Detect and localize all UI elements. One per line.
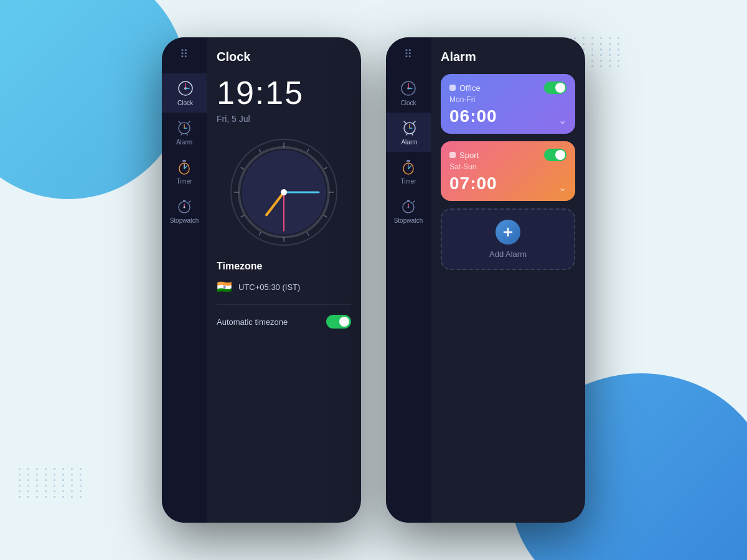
- sidebar2-timer-label: Timer: [400, 178, 416, 185]
- plus-icon: [502, 226, 514, 238]
- timezone-value: UTC+05:30 (IST): [238, 282, 300, 292]
- alarm-office-name-row: Office: [449, 83, 481, 93]
- alarm-office-toggle[interactable]: [544, 82, 566, 94]
- phones-container: ⠿ Clock: [0, 0, 747, 560]
- svg-line-25: [324, 215, 327, 217]
- sidebar-dots-clock: ⠿: [180, 47, 189, 61]
- sidebar-clock: ⠿ Clock: [162, 37, 207, 523]
- clock-title: Clock: [217, 50, 250, 64]
- alarm-sport-chevron[interactable]: ⌄: [558, 182, 566, 194]
- alarm-office-indicator: [449, 85, 456, 91]
- sidebar-alarm-label: Alarm: [176, 139, 192, 146]
- sidebar2-clock-label: Clock: [400, 100, 416, 106]
- svg-line-49: [412, 134, 413, 135]
- svg-line-7: [179, 121, 181, 123]
- clock-icon: [177, 80, 194, 97]
- clock-header: Clock: [217, 50, 351, 64]
- svg-line-32: [259, 149, 261, 152]
- clock-time: 19:15: [217, 74, 351, 111]
- sidebar-item-clock-alarm[interactable]: Alarm: [162, 113, 207, 152]
- alarm-header: Alarm: [441, 50, 575, 64]
- svg-line-58: [413, 201, 415, 202]
- stopwatch-icon-2: [400, 197, 417, 215]
- sidebar-item-clock-stopwatch[interactable]: Stopwatch: [162, 191, 207, 230]
- toggle-thumb: [339, 317, 349, 327]
- sidebar-dots-alarm: ⠿: [404, 47, 413, 61]
- svg-line-48: [406, 134, 407, 135]
- auto-timezone-label: Automatic timezone: [217, 317, 288, 327]
- sidebar-item-alarm-timer[interactable]: Timer: [386, 152, 431, 191]
- alarm-sport-toggle-thumb: [555, 150, 565, 160]
- timezone-row: 🇮🇳 UTC+05:30 (IST): [217, 279, 351, 305]
- svg-line-28: [259, 232, 261, 235]
- alarm-sport-time: 07:00: [449, 174, 566, 194]
- sidebar-item-alarm-alarm[interactable]: Alarm: [386, 113, 431, 152]
- alarm-sport-header: Sport: [449, 149, 566, 161]
- svg-line-19: [189, 201, 190, 202]
- alarm-office-chevron[interactable]: ⌄: [558, 114, 566, 126]
- sidebar-item-alarm-clock[interactable]: Clock: [386, 73, 431, 113]
- alarm-sport-toggle[interactable]: [544, 149, 566, 161]
- svg-rect-11: [182, 160, 186, 162]
- stopwatch-icon: [176, 197, 193, 215]
- svg-point-57: [408, 207, 410, 208]
- clock-date: Fri, 5 Jul: [217, 114, 351, 124]
- phone-clock: ⠿ Clock: [162, 37, 361, 523]
- sidebar2-alarm-label: Alarm: [401, 139, 417, 146]
- add-alarm-button[interactable]: Add Alarm: [441, 208, 575, 270]
- svg-rect-16: [183, 200, 186, 202]
- alarm-list: Office Mon-Fri 06:00 ⌄ S: [441, 74, 575, 270]
- alarm-office-time: 06:00: [449, 106, 566, 126]
- svg-line-47: [413, 121, 415, 123]
- timezone-section-title: Timezone: [217, 261, 351, 272]
- svg-line-23: [324, 167, 327, 169]
- auto-timezone-toggle[interactable]: [326, 315, 351, 329]
- sidebar-item-clock-clock[interactable]: Clock: [162, 73, 207, 113]
- add-alarm-label: Add Alarm: [489, 250, 527, 259]
- svg-rect-50: [406, 160, 410, 162]
- svg-line-29: [241, 215, 244, 217]
- clock-main-content: Clock 19:15 Fri, 5 Jul: [207, 37, 361, 523]
- alarm-icon-2: [401, 119, 418, 136]
- alarm-icon: [176, 119, 193, 136]
- alarm-main-content: Alarm Office Mon-Fri 06:00: [431, 37, 585, 523]
- alarm-office-header: Office: [449, 82, 566, 94]
- timer-icon: [176, 158, 193, 175]
- sidebar-stopwatch-label: Stopwatch: [170, 217, 199, 224]
- svg-point-18: [184, 207, 186, 208]
- alarm-office-days: Mon-Fri: [449, 95, 566, 104]
- sidebar2-stopwatch-label: Stopwatch: [394, 217, 423, 224]
- timer-icon-2: [400, 158, 417, 175]
- alarm-sport-indicator: [449, 152, 456, 158]
- alarm-sport-name: Sport: [459, 151, 479, 160]
- alarm-sport-name-row: Sport: [449, 151, 479, 160]
- svg-line-9: [181, 134, 182, 135]
- sidebar-alarm: ⠿ Clock: [386, 37, 431, 523]
- sidebar-item-alarm-stopwatch[interactable]: Stopwatch: [386, 191, 431, 230]
- alarm-card-office[interactable]: Office Mon-Fri 06:00 ⌄: [441, 74, 575, 134]
- alarm-card-sport[interactable]: Sport Sat-Sun 07:00 ⌄: [441, 141, 575, 201]
- alarm-sport-days: Sat-Sun: [449, 162, 566, 171]
- add-alarm-icon: [496, 220, 520, 245]
- clock-analog: [217, 136, 351, 248]
- phone-alarm: ⠿ Clock: [386, 37, 585, 523]
- sidebar-item-clock-timer[interactable]: Timer: [162, 152, 207, 191]
- sidebar-timer-label: Timer: [176, 178, 192, 185]
- svg-rect-55: [407, 200, 410, 202]
- clock-icon-2: [400, 80, 417, 97]
- analog-clock-svg: [228, 136, 340, 248]
- auto-timezone-row: Automatic timezone: [217, 315, 351, 329]
- svg-line-31: [241, 167, 244, 169]
- alarm-title: Alarm: [441, 50, 476, 64]
- sidebar-clock-label: Clock: [177, 100, 193, 106]
- svg-line-46: [404, 121, 406, 123]
- svg-point-38: [281, 189, 287, 195]
- alarm-office-name: Office: [459, 83, 481, 93]
- alarm-office-toggle-thumb: [555, 83, 565, 93]
- svg-line-10: [187, 134, 187, 135]
- svg-line-8: [188, 121, 190, 123]
- svg-line-22: [307, 149, 309, 152]
- timezone-flag: 🇮🇳: [217, 279, 232, 294]
- svg-line-26: [307, 232, 309, 235]
